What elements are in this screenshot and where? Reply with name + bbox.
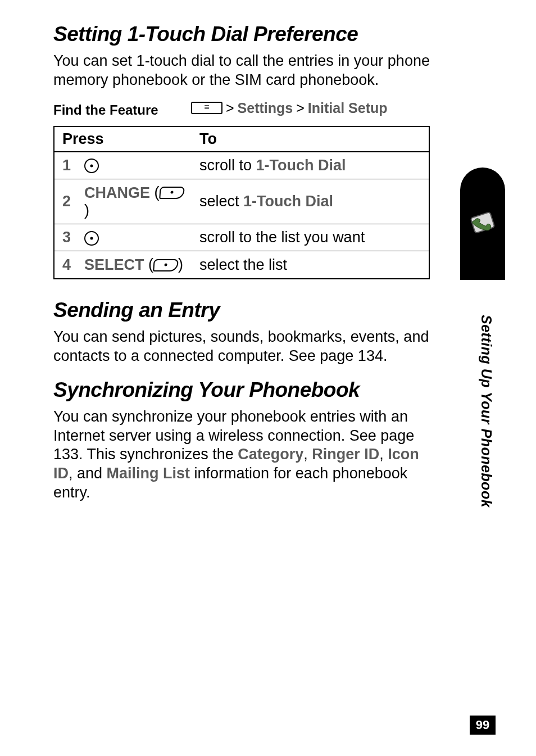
to-bold: 1-Touch Dial (243, 193, 333, 210)
sync-comma: , (379, 446, 388, 463)
menu-key-icon (191, 102, 222, 114)
table-row: 4 SELECT () select the list (54, 251, 429, 279)
to-text: scroll to (199, 157, 256, 174)
col-to: To (192, 126, 429, 152)
table-row: 3 scroll to the list you want (54, 224, 429, 251)
sync-term: Ringer ID (312, 446, 379, 463)
body-sync: You can synchronize your phonebook entri… (53, 408, 430, 503)
path-initial-setup: Initial Setup (308, 100, 388, 116)
step-to: scroll to the list you want (192, 224, 429, 251)
step-to: select the list (192, 251, 429, 279)
step-press: SELECT () (76, 251, 192, 279)
sync-comma: , and (69, 465, 107, 482)
side-section-label: Setting Up Your Phonebook (478, 315, 494, 508)
sync-comma: , (303, 446, 312, 463)
page-number: 99 (470, 716, 496, 735)
to-text: select (199, 193, 243, 210)
step-num: 4 (54, 251, 76, 279)
to-bold: 1-Touch Dial (256, 157, 346, 174)
sync-term: Category (238, 446, 303, 463)
side-tab (460, 168, 505, 280)
table-row: 2 CHANGE () select 1-Touch Dial (54, 179, 429, 224)
step-press (76, 224, 192, 251)
step-num: 3 (54, 224, 76, 251)
softkey-icon (153, 259, 179, 271)
heading-sending: Sending an Entry (53, 298, 430, 322)
step-press: CHANGE () (76, 179, 192, 224)
phone-card-icon (467, 207, 498, 238)
intro-1touch: You can set 1-touch dial to call the ent… (53, 52, 430, 90)
heading-sync: Synchronizing Your Phonebook (53, 378, 430, 402)
press-label: SELECT (84, 256, 144, 273)
nav-key-icon (84, 159, 99, 173)
steps-table: Press To 1 scroll to 1-Touch Dial 2 CHAN… (53, 126, 430, 280)
body-sending: You can send pictures, sounds, bookmarks… (53, 328, 430, 366)
sync-term: Mailing List (107, 465, 190, 482)
step-press (76, 152, 192, 179)
find-feature-label: Find the Feature (53, 100, 191, 118)
to-text: select the list (199, 256, 287, 273)
paren-open: ( (155, 184, 160, 201)
softkey-icon (159, 187, 185, 199)
paren-close: ) (84, 202, 89, 219)
path-settings: Settings (238, 100, 293, 116)
step-to: select 1-Touch Dial (192, 179, 429, 224)
nav-key-icon (84, 231, 99, 246)
step-num: 1 (54, 152, 76, 179)
to-text: scroll to the list you want (199, 229, 365, 246)
paren-close: ) (178, 256, 183, 273)
step-num: 2 (54, 179, 76, 224)
path-gt: > (226, 100, 234, 116)
path-gt: > (296, 100, 305, 116)
find-feature-row: Find the Feature > Settings > Initial Se… (53, 100, 430, 118)
col-press: Press (54, 126, 192, 152)
press-label: CHANGE (84, 184, 150, 201)
step-to: scroll to 1-Touch Dial (192, 152, 429, 179)
heading-1touch: Setting 1-Touch Dial Preference (53, 22, 430, 46)
table-row: 1 scroll to 1-Touch Dial (54, 152, 429, 179)
feature-path: > Settings > Initial Setup (191, 100, 388, 116)
